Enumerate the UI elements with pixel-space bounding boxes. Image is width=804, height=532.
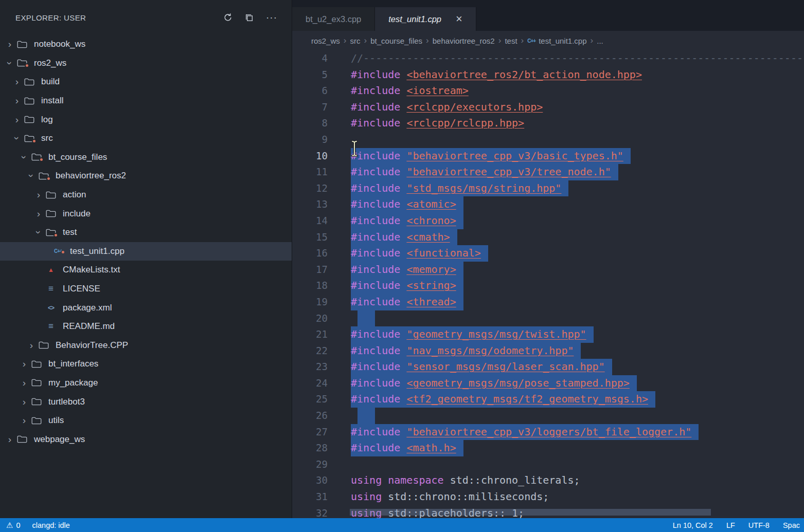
breadcrumb-item-behaviortree_ros2[interactable]: behaviortree_ros2 bbox=[433, 36, 495, 45]
encoding-indicator[interactable]: UTF-8 bbox=[748, 521, 770, 529]
code-line[interactable]: 6#include <iostream> bbox=[292, 83, 804, 99]
code-line[interactable]: 10#include "behaviortree_cpp_v3/basic_ty… bbox=[292, 148, 804, 164]
code-line[interactable]: 16#include <functional> bbox=[292, 245, 804, 262]
code-line[interactable]: 22#include "nav_msgs/msg/odometry.hpp" bbox=[292, 343, 804, 359]
breadcrumb-item-test_unit1.cpp[interactable]: C++test_unit1.cpp bbox=[527, 36, 586, 45]
folder-icon bbox=[29, 360, 44, 369]
code-line[interactable]: 31using std::chrono::milliseconds; bbox=[292, 489, 804, 505]
tree-item-my_package[interactable]: ›my_package bbox=[0, 374, 292, 393]
code-editor[interactable]: 4//-------------------------------------… bbox=[292, 50, 804, 518]
close-icon[interactable]: × bbox=[456, 14, 462, 24]
tree-item-log[interactable]: ›log bbox=[0, 110, 292, 129]
chevron-right-icon[interactable]: › bbox=[12, 115, 22, 124]
tree-item-include[interactable]: ›include bbox=[0, 204, 292, 223]
code-line[interactable]: 4//-------------------------------------… bbox=[292, 50, 804, 67]
chevron-down-icon[interactable]: › bbox=[12, 134, 22, 143]
tree-item-utils[interactable]: ›utils bbox=[0, 411, 292, 430]
cursor-position[interactable]: Ln 10, Col 2 bbox=[673, 521, 713, 529]
breadcrumb-item-src[interactable]: src bbox=[350, 36, 361, 45]
code-line[interactable]: 25#include <tf2_geometry_msgs/tf2_geomet… bbox=[292, 391, 804, 408]
code-line[interactable]: 14#include <chrono> bbox=[292, 213, 804, 229]
line-number: 18 bbox=[292, 278, 328, 294]
code-line[interactable]: 12#include "std_msgs/msg/string.hpp" bbox=[292, 180, 804, 197]
code-line[interactable]: 13#include <atomic> bbox=[292, 196, 804, 213]
chevron-right-icon[interactable]: › bbox=[5, 435, 14, 444]
breadcrumb-item-ros2_ws[interactable]: ros2_ws bbox=[311, 36, 340, 45]
editor-tab-bt_u2_ex3.cpp[interactable]: bt_u2_ex3.cpp bbox=[292, 7, 375, 31]
line-text: #include <memory> bbox=[351, 262, 463, 278]
tree-item-behaviortree_ros2[interactable]: ›behaviortree_ros2 bbox=[0, 167, 292, 186]
folder-icon bbox=[43, 191, 59, 199]
code-line[interactable]: 20 bbox=[292, 310, 804, 327]
code-line[interactable]: 15#include <cmath> bbox=[292, 229, 804, 246]
tree-item-build[interactable]: ›build bbox=[0, 72, 292, 91]
indentation-indicator[interactable]: Spac bbox=[783, 521, 800, 529]
tree-item-LICENSE[interactable]: ≡LICENSE bbox=[0, 280, 292, 299]
code-line[interactable]: 24#include <geometry_msgs/msg/pose_stamp… bbox=[292, 375, 804, 392]
code-line[interactable]: 29 bbox=[292, 456, 804, 473]
tree-item-README.md[interactable]: ≡README.md bbox=[0, 317, 292, 336]
breadcrumb-item-bt_course_files[interactable]: bt_course_files bbox=[370, 36, 422, 45]
chevron-down-icon[interactable]: › bbox=[20, 153, 29, 162]
code-line[interactable]: 8#include <rclcpp/rclcpp.hpp> bbox=[292, 115, 804, 132]
code-line[interactable]: 21#include "geometry_msgs/msg/twist.hpp" bbox=[292, 326, 804, 343]
code-line[interactable]: 19#include <thread> bbox=[292, 294, 804, 310]
line-number: 17 bbox=[292, 262, 328, 278]
chevron-right-icon[interactable]: › bbox=[5, 40, 14, 49]
code-line[interactable]: 9 bbox=[292, 132, 804, 148]
line-text: #include "nav_msgs/msg/odometry.hpp" bbox=[351, 343, 581, 359]
more-actions-icon[interactable]: ··· bbox=[266, 15, 277, 20]
line-number: 26 bbox=[292, 408, 328, 424]
chevron-down-icon[interactable]: › bbox=[27, 171, 36, 180]
language-server-status[interactable]: clangd: idle bbox=[32, 521, 70, 529]
chevron-right-icon[interactable]: › bbox=[34, 209, 43, 218]
code-line[interactable]: 26 bbox=[292, 408, 804, 424]
tree-item-src[interactable]: ›src bbox=[0, 129, 292, 148]
code-line[interactable]: 17#include <memory> bbox=[292, 262, 804, 278]
breadcrumb-label: behaviortree_ros2 bbox=[433, 36, 495, 45]
tree-item-package.xml[interactable]: <>package.xml bbox=[0, 298, 292, 317]
code-line[interactable]: 30using namespace std::chrono_literals; bbox=[292, 472, 804, 489]
chevron-right-icon[interactable]: › bbox=[27, 341, 36, 350]
tree-item-bt_course_files[interactable]: ›bt_course_files bbox=[0, 148, 292, 167]
chevron-right-icon[interactable]: › bbox=[20, 397, 29, 407]
tree-item-ros2_ws[interactable]: ›ros2_ws bbox=[0, 54, 292, 73]
breadcrumb-item-test[interactable]: test bbox=[505, 36, 517, 45]
tree-item-test_unit1.cpp[interactable]: C++test_unit1.cpp bbox=[0, 242, 292, 261]
chevron-down-icon[interactable]: › bbox=[34, 228, 43, 237]
code-line[interactable]: 23#include "sensor_msgs/msg/laser_scan.h… bbox=[292, 359, 804, 375]
chevron-right-icon: › bbox=[498, 37, 502, 44]
code-line[interactable]: 28#include <math.h> bbox=[292, 440, 804, 456]
code-line[interactable]: 11#include "behaviortree_cpp_v3/tree_nod… bbox=[292, 164, 804, 180]
breadcrumb-item-...[interactable]: ... bbox=[597, 36, 603, 45]
tree-item-bt_interfaces[interactable]: ›bt_interfaces bbox=[0, 355, 292, 374]
code-line[interactable]: 18#include <string> bbox=[292, 278, 804, 294]
tree-item-action[interactable]: ›action bbox=[0, 186, 292, 205]
code-line[interactable]: 5#include <behaviortree_ros2/bt_action_n… bbox=[292, 67, 804, 83]
code-line[interactable]: 27#include "behaviortree_cpp_v3/loggers/… bbox=[292, 424, 804, 441]
tree-item-turtlebot3[interactable]: ›turtlebot3 bbox=[0, 392, 292, 411]
copy-icon[interactable] bbox=[245, 13, 254, 22]
chevron-right-icon[interactable]: › bbox=[20, 359, 29, 369]
breadcrumb-label: src bbox=[350, 36, 361, 45]
code-line[interactable]: 7#include <rclcpp/executors.hpp> bbox=[292, 99, 804, 116]
tree-item-webpage_ws[interactable]: ›webpage_ws bbox=[0, 430, 292, 449]
chevron-right-icon[interactable]: › bbox=[20, 378, 29, 388]
chevron-down-icon[interactable]: › bbox=[5, 59, 14, 68]
tree-item-CMakeLists.txt[interactable]: ▲CMakeLists.txt bbox=[0, 261, 292, 280]
tree-item-test[interactable]: ›test bbox=[0, 223, 292, 242]
horizontal-scrollbar-thumb[interactable] bbox=[350, 509, 711, 516]
chevron-right-icon[interactable]: › bbox=[34, 190, 43, 199]
line-text: #include <thread> bbox=[351, 294, 463, 310]
chevron-right-icon[interactable]: › bbox=[12, 96, 22, 105]
editor-tab-test_unit1.cpp[interactable]: test_unit1.cpp× bbox=[375, 7, 476, 31]
tree-item-notebook_ws[interactable]: ›notebook_ws bbox=[0, 35, 292, 54]
list-file-icon: ≡ bbox=[43, 284, 59, 294]
eol-indicator[interactable]: LF bbox=[726, 521, 735, 529]
chevron-right-icon[interactable]: › bbox=[12, 77, 22, 86]
refresh-icon[interactable] bbox=[223, 13, 233, 22]
chevron-right-icon[interactable]: › bbox=[20, 416, 29, 425]
tree-item-install[interactable]: ›install bbox=[0, 91, 292, 111]
problems-indicator[interactable]: ⚠ 0 bbox=[6, 521, 21, 529]
tree-item-BehaviorTree.CPP[interactable]: ›BehaviorTree.CPP bbox=[0, 336, 292, 355]
